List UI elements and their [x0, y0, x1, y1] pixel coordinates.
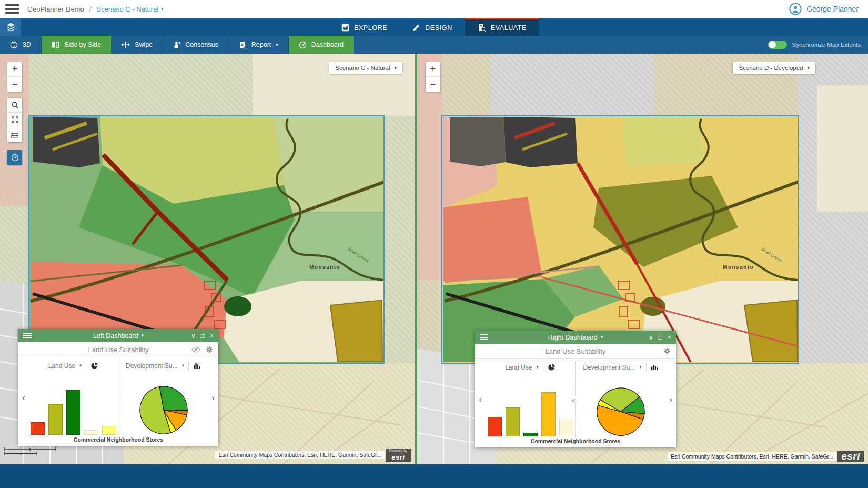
land-use-bar-chart[interactable] — [488, 377, 573, 436]
search-icon — [11, 101, 19, 109]
gauge-icon — [299, 41, 307, 49]
land-use-bar-chart[interactable] — [31, 376, 116, 435]
collapse-button[interactable]: ∨ — [191, 333, 196, 339]
dashboard-rail-button[interactable] — [7, 150, 22, 165]
gear-icon — [663, 347, 671, 355]
measure-icon — [11, 132, 19, 138]
tab-evaluate[interactable]: EVALUATE — [465, 18, 539, 36]
left-dashboard-header[interactable]: Left Dashboard ▾ ∨ □ × — [18, 329, 218, 342]
expand-icon — [11, 116, 19, 124]
right-dashboard: Right Dashboard ▾ ∨ □ × Land Use Suitabi… — [475, 331, 676, 447]
chart-caption: Commercial Neighborhood Stores — [475, 438, 676, 447]
search-button[interactable] — [7, 98, 22, 113]
dashboard-subheader: Land Use Suitability — [18, 342, 218, 357]
close-button[interactable]: × — [668, 334, 671, 341]
tab-design[interactable]: DESIGN — [400, 18, 465, 36]
right-dashboard-header[interactable]: Right Dashboard ▾ ∨ □ × — [475, 331, 676, 344]
land-use-widget: Land Use ▾ — [486, 361, 575, 438]
widget-selector[interactable]: Land Use — [48, 362, 75, 370]
gear-icon — [206, 346, 213, 353]
gauge-icon — [11, 154, 19, 162]
maximize-button[interactable]: □ — [659, 334, 662, 341]
left-attribution: Esri Community Maps Contributors, Esri, … — [215, 449, 411, 462]
dashboard-body: ‹ Land Use ▾ — [475, 359, 676, 438]
zoom-in-button[interactable]: + — [7, 62, 22, 77]
collapse-widget-button[interactable]: « — [571, 395, 576, 403]
zoom-out-button[interactable]: − — [7, 77, 22, 92]
right-map-panel: Seal Creek Monsanto Scenario D - Develop… — [417, 54, 868, 464]
right-zoom-control: + − — [426, 62, 440, 92]
carousel-prev-button[interactable]: ‹ — [18, 359, 29, 436]
side-by-side-icon — [52, 41, 59, 48]
dashboard-body: ‹ Land Use ▾ — [18, 357, 218, 436]
pencil-icon — [412, 24, 420, 32]
scale-bar — [4, 447, 59, 455]
globe-icon — [10, 41, 18, 49]
top-bar: GeoPlanner Demo / Scenario C - Natural ▾… — [0, 0, 868, 18]
bar-chart-toggle[interactable] — [651, 364, 659, 371]
3d-button[interactable]: 3D — [0, 36, 42, 54]
caret-down-icon: ▾ — [537, 365, 539, 370]
scenario-breadcrumb[interactable]: Scenario C - Natural ▾ — [96, 5, 163, 13]
breadcrumb: GeoPlanner Demo / Scenario C - Natural ▾ — [27, 5, 164, 13]
carousel-prev-button[interactable]: ‹ — [475, 361, 486, 438]
carousel-next-button[interactable]: › — [665, 361, 676, 438]
sync-extents-toggle[interactable] — [768, 41, 787, 49]
esri-logo: esri — [837, 451, 864, 462]
swipe-icon — [121, 41, 130, 48]
city-label: Monsanto — [723, 264, 754, 270]
carousel-next-button[interactable]: › — [208, 359, 218, 436]
eye-slash-icon — [191, 346, 200, 353]
visibility-button[interactable] — [191, 346, 200, 353]
dashboard-subtitle: Land Use Suitability — [18, 346, 218, 354]
land-use-widget: Land Use ▾ — [29, 359, 118, 436]
evaluate-toolbar: 3D Side by Side Swipe Consensus Report — [0, 36, 868, 54]
swipe-button[interactable]: Swipe — [111, 36, 163, 54]
dashboard-subheader: Land Use Suitability — [475, 344, 676, 359]
collapse-button[interactable]: ∨ — [649, 334, 653, 341]
right-dashboard-title[interactable]: Right Dashboard ▾ — [475, 334, 676, 341]
widget-selector[interactable]: Development Su... — [583, 364, 635, 371]
city-label: Monsanto — [309, 264, 340, 270]
measure-button[interactable] — [7, 127, 22, 142]
caret-down-icon: ▾ — [807, 66, 810, 71]
caret-down-icon: ▾ — [639, 365, 641, 370]
maximize-button[interactable]: □ — [201, 333, 205, 339]
report-icon — [239, 41, 247, 49]
pie-chart-icon — [548, 363, 556, 371]
report-button[interactable]: Report ▾ — [229, 36, 289, 54]
settings-button[interactable] — [663, 347, 671, 355]
settings-button[interactable] — [206, 346, 213, 353]
user-name: George Planner — [806, 5, 859, 13]
zoom-in-button[interactable]: + — [426, 62, 440, 77]
left-map-panel: Seal Creek Monsanto Scenario C - Natural… — [0, 54, 415, 464]
widget-divider: « — [575, 362, 576, 436]
development-pie-chart[interactable] — [596, 386, 646, 437]
evaluate-icon — [478, 24, 486, 32]
development-pie-chart[interactable] — [138, 385, 189, 435]
full-extent-button[interactable] — [7, 113, 22, 127]
left-dashboard-title[interactable]: Left Dashboard ▾ — [18, 332, 218, 340]
widget-selector[interactable]: Development Su... — [126, 362, 178, 370]
menu-icon[interactable] — [5, 4, 19, 14]
esri-logo: Powered by esri — [386, 449, 411, 462]
caret-down-icon: ▾ — [161, 7, 164, 12]
close-button[interactable]: × — [210, 333, 214, 339]
pie-chart-toggle[interactable] — [90, 362, 98, 370]
dashboard-button[interactable]: Dashboard — [289, 36, 354, 54]
left-scenario-select[interactable]: Scenario C - Natural ▾ — [329, 62, 402, 74]
tab-explore[interactable]: EXPLORE — [329, 18, 400, 36]
bar-chart-toggle[interactable] — [193, 362, 201, 369]
pie-chart-toggle[interactable] — [548, 363, 556, 371]
widget-selector[interactable]: Land Use — [505, 364, 532, 371]
zoom-out-button[interactable]: − — [426, 77, 440, 92]
right-scenario-select[interactable]: Scenario D - Developed ▾ — [733, 62, 815, 74]
side-by-side-button[interactable]: Side by Side — [42, 36, 111, 54]
dashboard-subtitle: Land Use Suitability — [475, 347, 676, 355]
avatar-icon — [789, 3, 802, 15]
user-menu[interactable]: George Planner — [789, 3, 859, 15]
left-dashboard: Left Dashboard ▾ ∨ □ × Land Use Suitabil… — [18, 329, 218, 446]
caret-down-icon: ▾ — [394, 66, 397, 71]
explore-icon — [341, 24, 349, 32]
consensus-button[interactable]: Consensus — [163, 36, 229, 54]
